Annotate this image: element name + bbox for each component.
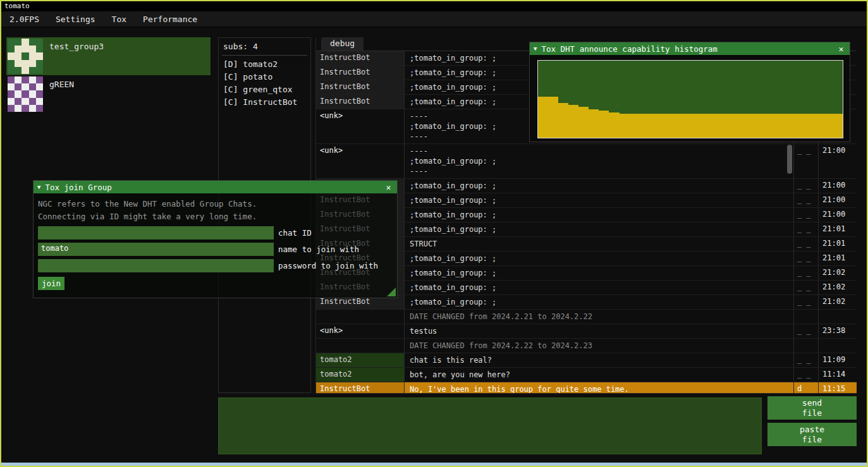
menu-bar: 2.0FPS Settings Tox Performance	[1, 11, 867, 27]
chat-message-row[interactable]: InstructBot No, I've been in this group …	[316, 382, 857, 393]
chat-delivery-status: _ _	[794, 266, 819, 280]
chat-message-row[interactable]: tomato2 bot, are you new here? _ _ 11:14	[316, 368, 857, 382]
join-field-row: chat ID	[38, 226, 393, 240]
message-input[interactable]	[218, 397, 762, 454]
chat-timestamp: 11:15	[819, 382, 857, 393]
join-group-info-text: NGC refers to the New DHT enabled Group …	[38, 198, 393, 223]
close-icon[interactable]: ✕	[384, 183, 393, 192]
histogram-bar	[833, 114, 843, 138]
chat-timestamp: 21:02	[819, 281, 857, 294]
chat-timestamp: 23:38	[819, 324, 857, 338]
chat-message-text: ---- ;tomato_in_group: ; ----	[405, 144, 794, 178]
histogram-bar	[700, 114, 711, 138]
join-button[interactable]: join	[38, 277, 64, 290]
chat-timestamp: 21:01	[819, 252, 857, 265]
join-field-row: password to join with	[38, 259, 393, 272]
chat-sender-name: <unk>	[316, 144, 405, 178]
chat-sender-name	[316, 339, 405, 353]
paste-file-button[interactable]: paste file	[767, 423, 857, 446]
join-input-label: chat ID	[278, 228, 312, 238]
join-group-titlebar[interactable]: ▼ Tox join Group ✕	[34, 181, 397, 193]
chat-delivery-status: _ _	[794, 237, 819, 251]
collapse-icon[interactable]: ▼	[534, 45, 537, 52]
subscriber-list: [D] tomato2 [C] potato [C] green_qtox [C…	[222, 58, 307, 109]
menu-item-performance[interactable]: Performance	[135, 15, 205, 24]
chat-message-text: chat is this real?	[405, 353, 794, 367]
chat-sender-name: <unk>	[316, 109, 405, 143]
tab-debug[interactable]: debug	[321, 37, 364, 51]
chat-message-text: ;tomato_in_group: ;	[405, 295, 794, 309]
subscriber-item[interactable]: [D] tomato2	[222, 58, 307, 71]
chat-delivery-status: _ _	[794, 144, 819, 178]
menu-item-tox[interactable]: Tox	[104, 15, 135, 24]
histogram-bar	[802, 114, 812, 138]
chat-timestamp: 21:02	[819, 295, 857, 309]
chat-message-row[interactable]: DATE CHANGED from 2024.2.22 to 2024.2.23	[316, 339, 857, 353]
histogram-bar	[609, 112, 619, 138]
chat-message-text: ;tomato_in_group: ;	[405, 281, 794, 294]
chat-sender-name: tomato2	[316, 368, 405, 382]
join-field-row: tomato name to join with	[38, 243, 393, 256]
chat-delivery-status: d	[794, 382, 819, 393]
bottom-edge-strip	[1, 463, 867, 466]
chat-message-text: ;tomato_in_group: ;	[405, 208, 794, 222]
collapse-icon[interactable]: ▼	[37, 184, 40, 190]
histogram-bar	[761, 114, 771, 138]
histogram-bar	[620, 114, 630, 138]
chat-scrollbar[interactable]	[787, 145, 792, 174]
resize-grip-icon[interactable]	[387, 288, 396, 296]
chat-delivery-status: _ _	[794, 252, 819, 265]
dht-histogram-titlebar[interactable]: ▼ Tox DHT announce capability histogram …	[530, 42, 850, 55]
histogram-bar	[538, 97, 548, 138]
histogram-bar	[721, 114, 731, 138]
dht-histogram-body	[530, 55, 850, 142]
histogram-bar	[822, 114, 833, 138]
chat-timestamp: 21:00	[819, 179, 857, 193]
group-avatar	[8, 39, 43, 74]
chat-delivery-status: _ _	[794, 222, 819, 236]
chat-message-text: ;tomato_in_group: ;	[405, 252, 794, 265]
histogram-plot[interactable]	[537, 60, 843, 138]
group-list-item[interactable]: gREEN	[6, 75, 211, 113]
chat-delivery-status: _ _	[794, 179, 819, 193]
group-list-item[interactable]: test_group3	[6, 37, 211, 75]
chat-sender-name: InstructBot	[316, 382, 405, 393]
histogram-bar	[589, 109, 599, 138]
fps-counter: 2.0FPS	[1, 15, 47, 24]
join-text-input[interactable]	[38, 226, 274, 240]
close-icon[interactable]: ✕	[836, 44, 846, 54]
histogram-bar	[792, 114, 802, 138]
menu-item-settings[interactable]: Settings	[47, 15, 104, 24]
chat-message-row[interactable]: <unk> testus _ _ 23:38	[316, 324, 857, 339]
subscriber-item[interactable]: [C] green_qtox	[222, 83, 307, 96]
histogram-bar	[568, 105, 578, 138]
histogram-bar	[630, 114, 640, 138]
join-text-input[interactable]	[38, 259, 274, 272]
chat-message-text: ;tomato_in_group: ;	[405, 222, 794, 236]
chat-sender-name: InstructBot	[316, 66, 405, 80]
subscribers-count: subs: 4	[222, 42, 307, 51]
join-group-window: ▼ Tox join Group ✕ NGC refers to the New…	[33, 180, 398, 298]
chat-sender-name: <unk>	[316, 324, 405, 338]
histogram-bar	[680, 114, 690, 138]
group-list: test_group3 gREEN	[6, 37, 211, 113]
chat-timestamp: 21:01	[819, 222, 857, 236]
chat-delivery-status: _ _	[794, 193, 819, 207]
histogram-bar	[711, 114, 721, 138]
histogram-bar	[690, 114, 700, 138]
send-file-button[interactable]: send file	[767, 396, 857, 420]
subscriber-item[interactable]: [C] InstructBot	[222, 96, 307, 109]
chat-message-row[interactable]: <unk> ---- ;tomato_in_group: ; ---- _ _ …	[316, 144, 857, 179]
join-text-input[interactable]: tomato	[38, 243, 274, 256]
subscriber-item[interactable]: [C] potato	[222, 71, 307, 83]
chat-delivery-status: _ _	[794, 368, 819, 382]
chat-sender-name: InstructBot	[316, 80, 405, 94]
histogram-bar	[660, 114, 670, 138]
histogram-bar	[650, 114, 660, 138]
chat-message-row[interactable]: tomato2 chat is this real? _ _ 11:09	[316, 353, 857, 368]
chat-message-text: DATE CHANGED from 2024.2.22 to 2024.2.23	[405, 339, 794, 353]
histogram-bar	[670, 114, 680, 138]
chat-timestamp: 21:01	[819, 237, 857, 251]
chat-message-row[interactable]: DATE CHANGED from 2024.2.21 to 2024.2.22	[316, 310, 857, 324]
window-titlebar[interactable]: tomato	[1, 1, 867, 11]
